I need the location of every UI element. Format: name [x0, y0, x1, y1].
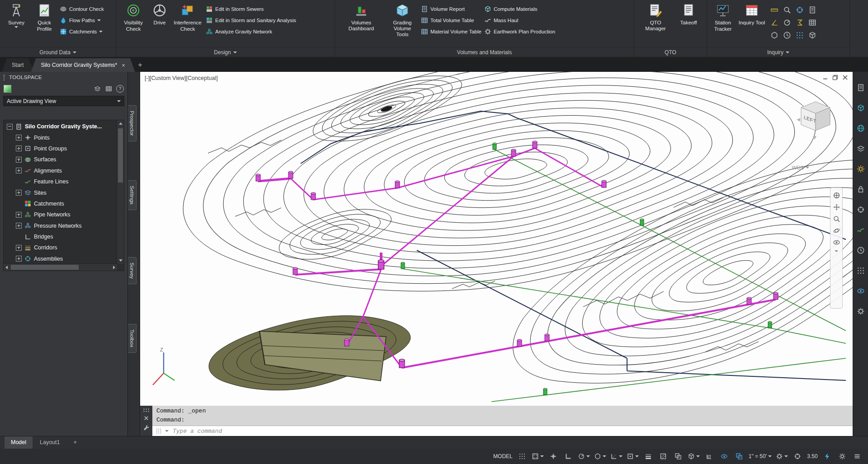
- 3d-object-snap-toggle[interactable]: [686, 450, 702, 462]
- viewcube-rotate-left-icon[interactable]: [797, 118, 800, 122]
- tree-item-assemblies[interactable]: Assemblies: [4, 253, 117, 264]
- full-navigation-wheel-icon[interactable]: [833, 192, 840, 199]
- edit-in-storm-sanitary-button[interactable]: Edit in Storm and Sanitary Analysis: [206, 16, 296, 24]
- isometric-drafting-toggle[interactable]: [592, 450, 608, 462]
- viewport-controls-label[interactable]: [-][Custom View][Conceptual]: [145, 75, 218, 81]
- mass-haul-button[interactable]: Mass Haul: [484, 16, 555, 24]
- tab-prospector[interactable]: Prospector: [128, 105, 137, 141]
- manhole-structure[interactable]: [395, 181, 400, 188]
- viewcube-rotate-down-icon[interactable]: [813, 136, 816, 140]
- expand-icon[interactable]: [16, 145, 22, 151]
- grading-volume-tools-button[interactable]: Grading Volume Tools: [387, 1, 418, 37]
- expand-icon[interactable]: [16, 212, 22, 218]
- model-tab[interactable]: Model: [5, 436, 33, 449]
- geolocation-icon[interactable]: [857, 206, 865, 214]
- grid-panel-icon[interactable]: [857, 267, 865, 275]
- command-grip-icon[interactable]: [143, 408, 150, 412]
- time-button[interactable]: [781, 29, 793, 41]
- dynamic-input-toggle[interactable]: [546, 450, 561, 462]
- layout1-tab[interactable]: Layout1: [33, 436, 66, 449]
- green-structure[interactable]: [640, 219, 644, 225]
- lock-ui-icon[interactable]: [857, 185, 865, 193]
- palette-grip-icon[interactable]: [4, 75, 6, 80]
- annotation-visibility-toggle[interactable]: [717, 450, 731, 462]
- contour-check-button[interactable]: Contour Check: [60, 5, 104, 13]
- properties-palette-icon[interactable]: [857, 84, 865, 92]
- expand-icon[interactable]: [16, 190, 22, 196]
- annotation-monitor-toggle[interactable]: [790, 450, 805, 462]
- manhole-structure[interactable]: [511, 149, 516, 156]
- zoom-icon[interactable]: [833, 215, 840, 223]
- quick-measure-button[interactable]: [781, 4, 793, 16]
- preview-pane-icon[interactable]: [105, 85, 113, 92]
- sheet-set-palette-icon[interactable]: [857, 145, 865, 153]
- measure-volume-button[interactable]: [807, 29, 818, 41]
- object-snap-tracking-toggle[interactable]: [609, 450, 624, 462]
- volumes-dashboard-button[interactable]: Volumes Dashboard: [339, 1, 384, 31]
- file-tab-start[interactable]: Start: [2, 58, 33, 72]
- manhole-structure[interactable]: [293, 267, 297, 275]
- list-button[interactable]: [807, 4, 818, 16]
- manhole-structure[interactable]: [747, 297, 751, 305]
- catchments-button[interactable]: Catchments: [60, 28, 104, 35]
- volume-report-button[interactable]: Volume Report: [421, 5, 481, 13]
- customization-menu-button[interactable]: [850, 450, 864, 462]
- quick-profile-button[interactable]: Quick Profile: [32, 1, 57, 32]
- model-viewport[interactable]: [-][Custom View][Conceptual] LEFT WCS: [140, 72, 853, 406]
- inquiry-tool-button[interactable]: Inquiry Tool: [738, 1, 766, 26]
- manhole-structure[interactable]: [311, 192, 316, 200]
- qto-manager-button[interactable]: QTO Manager: [640, 1, 671, 31]
- measure-distance-button[interactable]: [769, 4, 780, 16]
- tree-item-surfaces[interactable]: Surfaces: [4, 154, 117, 165]
- expand-icon[interactable]: [16, 135, 22, 141]
- new-drawing-tab-button[interactable]: +: [132, 58, 148, 72]
- minimize-icon[interactable]: [822, 75, 828, 80]
- green-structure[interactable]: [768, 321, 772, 328]
- recent-commands-caret-icon[interactable]: [165, 430, 169, 432]
- expand-icon[interactable]: [16, 245, 22, 251]
- manhole-structure[interactable]: [288, 171, 293, 178]
- takeoff-button[interactable]: Takeoff: [676, 1, 701, 26]
- file-tab-drawing[interactable]: Silo Corridor Gravity Systems* ×: [31, 58, 135, 72]
- compute-materials-button[interactable]: Compute Materials: [484, 5, 555, 13]
- tree-item-feature-lines[interactable]: Feature Lines: [4, 176, 117, 187]
- tab-toolbox[interactable]: Toolbox: [128, 324, 137, 353]
- grid-display-toggle[interactable]: [515, 450, 529, 462]
- tab-survey[interactable]: Survey: [128, 257, 137, 284]
- expand-icon[interactable]: [16, 223, 22, 229]
- scroll-down-icon[interactable]: [119, 259, 123, 262]
- ground-data-panel-label[interactable]: Ground Data: [0, 47, 116, 57]
- show-motion-icon[interactable]: [833, 239, 840, 246]
- measure-angle-button[interactable]: [769, 17, 780, 28]
- drawing-canvas[interactable]: [140, 72, 853, 406]
- transparency-toggle[interactable]: [656, 450, 670, 462]
- 3d-model-palette-icon[interactable]: [857, 104, 865, 112]
- performance-chart-icon[interactable]: [857, 226, 865, 234]
- web-palette-icon[interactable]: [857, 124, 865, 132]
- command-history[interactable]: Command: _open Command:: [152, 406, 853, 426]
- command-input[interactable]: [172, 427, 849, 435]
- tab-settings[interactable]: Settings: [128, 180, 137, 210]
- clock-icon[interactable]: [857, 246, 865, 254]
- design-panel-label[interactable]: Design: [116, 47, 335, 57]
- inquiry-panel-label[interactable]: Inquiry: [707, 47, 849, 57]
- wcs-selector[interactable]: WCS: [792, 165, 809, 170]
- visibility-check-button[interactable]: Visibility Check: [120, 1, 147, 32]
- earthwork-plan-production-button[interactable]: Earthwork Plan Production: [484, 28, 555, 35]
- station-tracker-button[interactable]: Station Tracker: [711, 1, 735, 32]
- volumes-panel-label[interactable]: Volumes and Materials: [335, 47, 634, 57]
- tree-vertical-scrollbar[interactable]: [117, 120, 124, 264]
- tree-item-point-groups[interactable]: Point Groups: [4, 143, 117, 154]
- expand-icon[interactable]: [16, 168, 22, 173]
- view-selector-dropdown[interactable]: Active Drawing View: [3, 96, 124, 106]
- tree-root-drawing[interactable]: Silo Corridor Gravity Syste...: [4, 121, 117, 132]
- model-space-toggle[interactable]: MODEL: [491, 450, 514, 462]
- settings-panel-icon[interactable]: [857, 307, 865, 315]
- tree-item-points[interactable]: Points: [4, 132, 117, 143]
- green-structure[interactable]: [401, 262, 405, 269]
- sun-properties-icon[interactable]: [857, 165, 865, 173]
- table-info-button[interactable]: [807, 17, 818, 28]
- command-close-icon[interactable]: [144, 416, 149, 421]
- manhole-structure[interactable]: [256, 174, 260, 181]
- recent-commands-icon[interactable]: [156, 428, 162, 434]
